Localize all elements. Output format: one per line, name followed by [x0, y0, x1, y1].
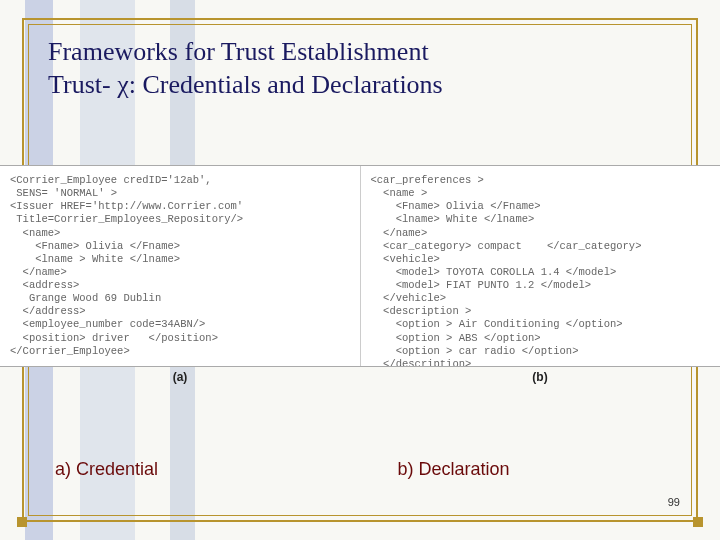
corner-accent-bottom-left [17, 505, 39, 527]
slide-title: Frameworks for Trust Establishment Trust… [48, 36, 672, 101]
code-figure: <Corrier_Employee credID='12ab', SENS= '… [0, 165, 720, 367]
caption-declaration: b) Declaration [378, 459, 721, 480]
title-line-1: Frameworks for Trust Establishment [48, 37, 429, 66]
figure-label-a: (a) [0, 370, 360, 384]
caption-credential: a) Credential [0, 459, 378, 480]
figure-label-b: (b) [360, 370, 720, 384]
code-declaration: <car_preferences > <name > <Fname> Olivi… [361, 166, 721, 366]
corner-accent-bottom-right [681, 505, 703, 527]
caption-row: a) Credential b) Declaration [0, 459, 720, 480]
code-credential: <Corrier_Employee credID='12ab', SENS= '… [0, 166, 361, 366]
title-line-2: Trust- χ: Credentials and Declarations [48, 70, 443, 99]
figure-sublabels: (a) (b) [0, 370, 720, 384]
page-number: 99 [668, 496, 680, 508]
